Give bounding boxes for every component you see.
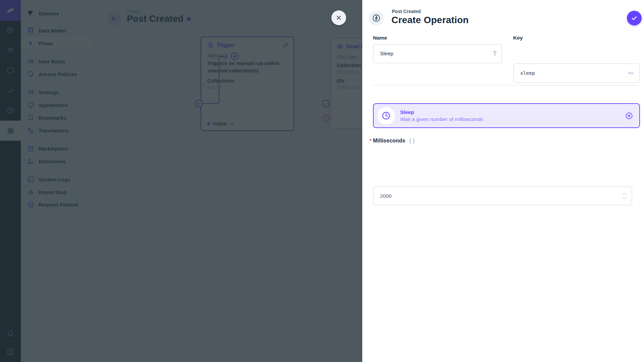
operation-type-name: Sleep bbox=[400, 109, 483, 116]
chevron-up-icon bbox=[622, 192, 628, 196]
key-field-label: Key bbox=[513, 35, 523, 41]
key-icon bbox=[628, 70, 635, 77]
drawer-breadcrumb: Post Created bbox=[392, 9, 421, 14]
selected-operation-card[interactable]: Sleep Wait a given number of millisecond… bbox=[373, 103, 640, 128]
name-input[interactable] bbox=[374, 45, 501, 63]
number-stepper[interactable] bbox=[622, 192, 628, 200]
deselect-operation-icon[interactable] bbox=[625, 112, 633, 120]
clock-icon bbox=[377, 107, 395, 124]
save-button[interactable] bbox=[627, 11, 642, 25]
drawer-header-icon-button[interactable] bbox=[369, 11, 384, 25]
close-icon bbox=[335, 14, 342, 21]
milliseconds-field-label: Milliseconds bbox=[373, 138, 405, 143]
required-marker: * bbox=[369, 138, 372, 144]
name-field: T bbox=[373, 44, 502, 63]
chevron-down-icon bbox=[622, 196, 628, 200]
bolt-circle-icon bbox=[372, 14, 381, 22]
milliseconds-field bbox=[373, 186, 632, 205]
drawer-close-button[interactable] bbox=[331, 10, 346, 25]
key-field bbox=[513, 63, 640, 83]
section-divider bbox=[373, 85, 640, 85]
text-format-icon: T bbox=[493, 50, 497, 57]
operation-type-description: Wait a given number of milliseconds bbox=[400, 116, 483, 123]
milliseconds-input[interactable] bbox=[374, 187, 632, 205]
create-operation-drawer: Post Created Create Operation Name T Key bbox=[362, 0, 644, 362]
check-icon bbox=[631, 14, 638, 22]
raw-value-icon[interactable]: {} bbox=[409, 138, 416, 144]
name-field-label: Name bbox=[373, 35, 387, 41]
key-input[interactable] bbox=[514, 64, 639, 82]
drawer-title: Create Operation bbox=[391, 15, 469, 25]
app-root: Flows Post Created Trigger Manual Trigg bbox=[0, 0, 644, 362]
modal-overlay[interactable] bbox=[0, 0, 362, 362]
